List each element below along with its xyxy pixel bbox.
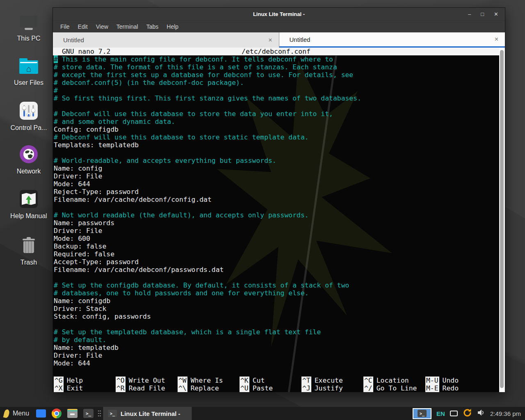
editor-line: Name: config	[54, 164, 499, 172]
desktop-icon-label: Network	[6, 168, 52, 175]
nano-shortcut: ^/Go To Line	[363, 384, 425, 392]
text-cursor: #	[54, 55, 58, 63]
keyboard-layout-indicator[interactable]: EN	[436, 410, 445, 417]
shortcut-label: Paste	[253, 384, 273, 392]
maximize-button[interactable]: □	[481, 11, 484, 17]
editor-line: Driver: File	[54, 172, 499, 180]
updates-icon[interactable]	[463, 408, 472, 419]
clock[interactable]: 2:49:36 pm	[490, 410, 521, 417]
terminal-launcher-icon[interactable]	[83, 409, 94, 418]
editor-line: Name: passwords	[54, 219, 499, 227]
shortcut-key: M-E	[425, 384, 439, 392]
editor-line: # Set up the configdb database. By defau…	[54, 281, 499, 289]
shortcut-key: ^W	[178, 377, 187, 384]
tab-close-icon[interactable]: ×	[268, 37, 272, 44]
editor-line: # by default.	[54, 336, 499, 344]
nano-editor[interactable]: # This is the main config file for debco…	[53, 55, 499, 377]
editor-line: # databases, one to hold passwords and o…	[54, 289, 499, 297]
terminal-icon	[108, 410, 117, 417]
shortcut-column: ^GHelp^XExit	[54, 377, 116, 392]
system-tray: EN 2:49:36 pm	[413, 408, 525, 419]
folder-home-icon: ⌂	[6, 56, 52, 75]
shortcut-key: ^/	[363, 384, 373, 392]
volume-icon[interactable]	[477, 409, 485, 418]
minimize-button[interactable]: –	[468, 11, 471, 17]
menu-bar: File Edit View Terminal Tabs Help	[53, 20, 505, 32]
globe-icon	[6, 144, 52, 164]
editor-line: Config: configdb	[54, 126, 499, 133]
nano-shortcut: ^GHelp	[54, 377, 116, 384]
menu-view[interactable]: View	[92, 23, 112, 30]
menu-file[interactable]: File	[56, 23, 74, 30]
editor-line: # debconf.conf(5) (in the debconf-doc pa…	[54, 79, 499, 87]
menu-edit[interactable]: Edit	[74, 23, 92, 30]
shortcut-label: Replace	[191, 384, 219, 392]
desktop-icon-help-manual[interactable]: Help Manual	[6, 189, 52, 220]
file-manager-icon[interactable]	[67, 409, 78, 418]
scrollbar-thumb[interactable]	[500, 50, 504, 388]
title-bar[interactable]: Linux Lite Terminal - – □ ✕	[53, 8, 505, 20]
shortcut-key: ^O	[116, 377, 126, 384]
desktop-icon-this-pc[interactable]: This PC	[6, 11, 52, 42]
nano-shortcut: ^TExecute	[301, 377, 363, 384]
shortcut-key: ^K	[240, 377, 249, 384]
shortcut-key: M-U	[425, 377, 439, 384]
editor-line: # Debconf will use this database to stor…	[54, 133, 499, 141]
editor-line: # So first things first. This first stan…	[54, 94, 499, 102]
editor-line: # Debconf will use this database to stor…	[54, 110, 499, 118]
menu-terminal[interactable]: Terminal	[112, 23, 142, 30]
tab-untitled-1[interactable]: Untitled ×	[53, 32, 279, 48]
menu-tabs[interactable]: Tabs	[142, 23, 163, 30]
editor-line: Mode: 644	[54, 180, 499, 188]
shortcut-column: ^KCut^UPaste	[240, 377, 301, 392]
desktop-icon-trash[interactable]: Trash	[6, 235, 52, 266]
editor-line: # Not world readable (the default), and …	[54, 211, 499, 219]
editor-line: Driver: Stack	[54, 305, 499, 313]
shortcut-label: Help	[67, 377, 83, 384]
editor-line	[54, 149, 499, 157]
editor-line: Templates: templatedb	[54, 141, 499, 149]
shortcut-label: Redo	[443, 384, 459, 392]
nano-shortcut: ^\Replace	[178, 384, 240, 392]
menu-help[interactable]: Help	[162, 23, 183, 30]
shortcut-key: ^X	[54, 384, 64, 392]
tab-untitled-2[interactable]: Untitled ×	[279, 32, 505, 48]
tab-close-icon[interactable]: ×	[495, 36, 498, 43]
desktop-icon-control-panel[interactable]: Control Pa...	[6, 101, 52, 132]
task-button-terminal[interactable]: Linux Lite Terminal -	[103, 407, 192, 420]
shortcut-column: M-UUndoM-ERedo	[425, 377, 487, 392]
shortcut-key: ^G	[54, 377, 64, 384]
chrome-icon[interactable]	[52, 409, 62, 418]
desktop: This PC ⌂ User Files Control Pa...	[0, 0, 525, 420]
desktop-icon-user-files[interactable]: ⌂ User Files	[6, 56, 52, 87]
editor-line	[54, 320, 499, 328]
terminal-view[interactable]: GNU nano 7.2 /etc/debconf.conf # This is…	[53, 48, 505, 392]
scrollbar[interactable]	[499, 48, 505, 392]
desktop-icon-label: User Files	[6, 79, 52, 87]
editor-line: # and some other dynamic data.	[54, 118, 499, 126]
editor-line: Mode: 600	[54, 235, 499, 242]
editor-line	[54, 203, 499, 211]
close-button[interactable]: ✕	[494, 11, 498, 17]
shortcut-column: ^OWrite Out^RRead File	[116, 377, 178, 392]
editor-line: Stack: config, passwords	[54, 313, 499, 320]
taskbar-separator	[98, 410, 101, 417]
shortcut-label: Cut	[253, 377, 265, 384]
shortcut-key: ^C	[363, 377, 373, 384]
editor-line: Driver: File	[54, 227, 499, 235]
editor-line: # Set up the templatedb database, which …	[54, 328, 499, 336]
nano-shortcut: ^KCut	[240, 377, 301, 384]
editor-line: Filename: /var/cache/debconf/passwords.d…	[54, 266, 499, 274]
desktop-icon-network[interactable]: Network	[6, 144, 52, 175]
show-desktop-icon[interactable]	[36, 409, 46, 418]
editor-line: Required: false	[54, 250, 499, 258]
desktop-icon-label: Control Pa...	[6, 124, 52, 132]
keyboard-icon[interactable]	[450, 411, 458, 416]
tab-bar: Untitled × Untitled ×	[53, 32, 505, 48]
nano-shortcut-bar: ^GHelp^XExit^OWrite Out^RRead File^WWher…	[53, 377, 499, 392]
editor-line: # store data. The format of this file is…	[54, 63, 499, 71]
tray-terminal-highlight[interactable]	[413, 408, 431, 419]
start-menu-button[interactable]: Menu	[0, 407, 33, 420]
nano-shortcut: ^JJustify	[301, 384, 363, 392]
nano-shortcut: ^WWhere Is	[178, 377, 240, 384]
